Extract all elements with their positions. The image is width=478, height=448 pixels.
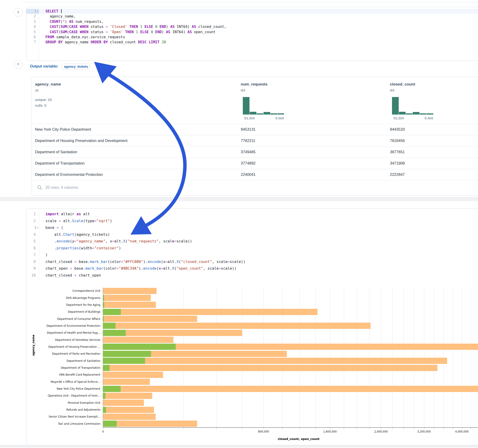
code-line[interactable]: ) [42,251,478,258]
line-number: 8 [26,258,39,265]
code-token: alt. [61,219,72,223]
next-cell-edge [0,447,478,448]
output-variable-chip[interactable]: agency_tickets [62,64,90,70]
code-line[interactable]: CAST(SUM(CASE WHEN status = 'Closed' THE… [42,24,478,29]
code-token: ) [166,25,170,29]
code-token: (width [79,246,92,250]
code-line[interactable]: chart_open = base.mark_bar(color="#8BC34… [42,265,478,272]
search-icon[interactable] [37,185,42,190]
python-code-editor[interactable]: 1import altair as alt2scale = alt.Scale(… [26,211,478,280]
line-number: 7 [26,40,39,45]
code-line[interactable]: .properties(width="container") [42,245,478,252]
code-token: agency_name [63,40,91,44]
histogram-bar [243,97,250,115]
code-token: END [160,25,166,29]
table-row[interactable]: New York City Police Department945313194… [32,124,478,135]
column-histogram [243,97,284,115]
code-line[interactable]: scale = alt.Scale(type="sqrt") [42,218,478,224]
code-line[interactable]: chart_closed + chart_open [42,272,478,279]
column-header[interactable]: num_requests [241,82,267,87]
code-token: (type [83,219,94,223]
code-token [108,30,110,34]
code-token: AS [170,25,175,29]
code-line[interactable]: alt.Chart(agency_tickets) [42,231,478,238]
code-token: "#8BC34A" [119,266,139,271]
code-token: X [123,239,126,243]
code-token: , x [105,239,112,243]
add-cell-button-output[interactable]: + [14,60,23,69]
code-token [78,30,80,34]
code-token: ELSE [140,30,149,34]
code-line[interactable]: base = ( [42,224,478,231]
line-number: 2 [26,218,39,224]
code-line[interactable]: CAST(SUM(CASE WHEN status = 'Open' THEN … [42,30,478,35]
code-token: ( [67,30,69,34]
histogram-max-label: 9.4e6 [425,116,433,120]
code-token: chart_open [76,273,101,277]
code-token: base [45,225,57,230]
code-token [147,40,149,44]
python-cell[interactable]: 1import altair as alt2scale = alt.Scale(… [26,209,478,445]
table-row[interactable]: Department of Sanitation37494853677651 [32,146,478,158]
code-token: (x [161,260,165,264]
code-line[interactable]: GROUP BY agency_name ORDER BY closed_cou… [42,40,478,45]
line-number: 5 [26,238,39,245]
code-token: ( [60,20,63,24]
code-token: = [92,246,94,250]
code-token [108,25,110,29]
code-token: alt. [168,260,177,264]
table-row[interactable]: Department of Housing Preservation and D… [32,135,478,147]
code-token: = [116,266,119,271]
code-token: ) [110,219,112,223]
code-token: = [228,260,230,264]
code-token: SUM [60,30,67,34]
code-token [138,30,140,34]
code-token: SELECT [45,9,60,13]
histogram-bar [277,113,284,115]
code-token: ). [139,266,143,271]
code-token: encode [143,266,157,271]
sql-code-editor[interactable]: 1∨SELECT 2 agency_name,3 COUNT(*) AS num… [26,9,478,61]
code-token: AS [69,20,74,24]
add-cell-button-top[interactable]: + [14,8,23,17]
table-cell: 9443533 [390,127,405,132]
code-line[interactable]: import altair as alt [42,211,478,218]
line-number: 6 [26,245,39,252]
column-header[interactable]: closed_count [390,82,415,87]
code-token: INT64) [170,30,188,34]
table-cell: 2240041 [241,172,256,177]
table-cell: Department of Housing Preservation and D… [35,138,127,143]
code-token: base. [76,260,90,264]
code-token: X [172,266,174,271]
histogram-bar [406,113,413,115]
code-line[interactable]: FROM sample_data.nyc.service_requests [42,35,478,40]
row-count-label: 20 rows, 4 columns [45,185,78,190]
code-line[interactable]: SELECT [42,9,478,14]
code-token: 1 [140,25,142,29]
histogram-bar [250,112,256,115]
code-token: = [174,239,177,243]
table-row[interactable]: Department of Environmental Protection22… [32,169,478,180]
dataframe-preview[interactable]: agency_namestrunique: 20nulls: 0num_requ… [31,77,478,196]
code-token: agency_name, [45,14,76,19]
collapse-chevron-icon[interactable]: ∨ [37,10,38,12]
table-cell: 9453131 [241,127,256,132]
code-token: AS [166,30,170,34]
code-line[interactable]: chart_closed = base.mark_bar(color="#FFC… [42,258,478,265]
line-number: 3∨ [26,224,39,231]
column-header[interactable]: agency_name [35,82,61,87]
code-token: WHEN [80,30,88,34]
table-row[interactable]: Department of Transportation377489234719… [32,158,478,169]
line-number: 1 [26,211,39,218]
code-line[interactable]: agency_name, [42,14,478,19]
code-line[interactable]: COUNT(*) AS num_requests, [42,19,478,24]
code-token [134,30,136,34]
code-line[interactable]: .encode(y="agency_name", x=alt.X("num_re… [42,238,478,245]
histogram-min-label: 53,304 [393,116,404,120]
sql-cell[interactable]: 1∨SELECT 2 agency_name,3 COUNT(*) AS num… [26,7,478,61]
code-token: open_count [192,30,216,34]
collapse-chevron-icon[interactable]: ∨ [37,226,38,229]
code-token: mark_bar [85,266,103,271]
code-token [123,30,125,34]
code-token: (agency_tickets) [74,232,110,237]
